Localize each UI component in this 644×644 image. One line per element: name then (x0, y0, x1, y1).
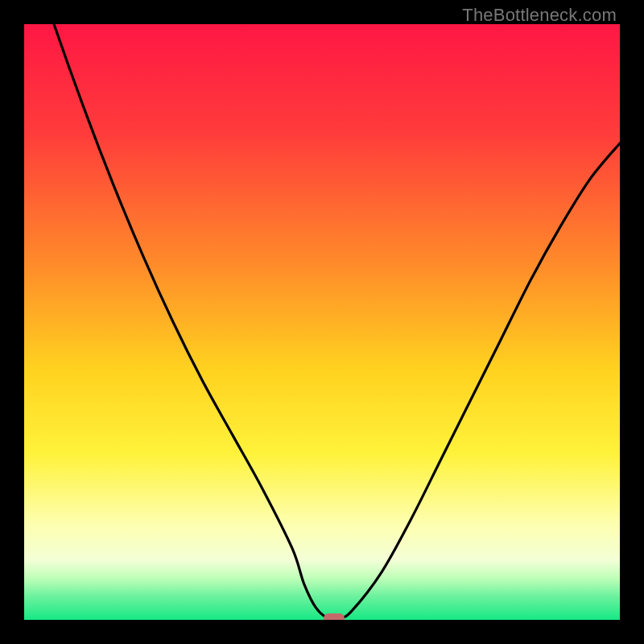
plot-area (24, 24, 620, 620)
watermark-text: TheBottleneck.com (462, 5, 617, 26)
bottleneck-curve (24, 24, 620, 620)
optimal-point-marker (324, 613, 345, 620)
chart-frame: TheBottleneck.com (0, 0, 644, 644)
